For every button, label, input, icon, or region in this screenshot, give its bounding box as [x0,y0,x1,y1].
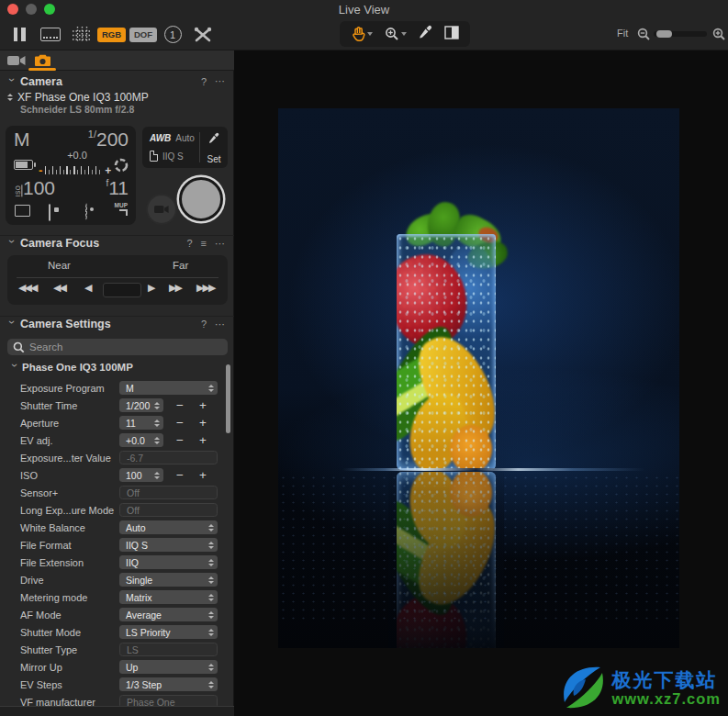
focus-far-medium-button[interactable]: ▶▶ [169,282,181,294]
pick-wb-tool-button[interactable] [419,25,432,43]
setting-dropdown[interactable]: Matrix [119,590,218,604]
setting-dropdown[interactable]: Single [119,573,218,587]
focus-near-small-button[interactable]: ◀ [84,282,90,294]
rgb-readout-toggle[interactable]: RGB [97,18,126,50]
camera-section-header[interactable]: › Camera ? ⋯ [0,73,234,89]
focus-step-input[interactable] [103,283,141,297]
wb-pick-button[interactable] [203,131,225,148]
setting-dropdown[interactable]: Average [119,608,218,621]
near-label: Near [48,260,71,271]
decrement-button[interactable]: − [173,417,187,430]
setting-dropdown[interactable]: IIQ [119,555,218,569]
tools-button[interactable] [191,18,215,50]
field-updown-icon [208,664,214,671]
more-options-icon[interactable]: ⋯ [215,75,225,87]
shutter-speed-readout[interactable]: 1/200 [88,129,129,151]
setting-stepper-field[interactable]: 11 [119,416,163,430]
settings-row: EV adj.+0.0−+ [0,431,234,449]
ev-scale: - + [39,163,111,177]
settings-row: File ExtensionIIQ [0,554,234,571]
decrement-button[interactable]: − [173,399,187,412]
help-icon[interactable]: ? [201,76,207,87]
pause-icon [14,28,26,41]
focus-far-small-button[interactable]: ▶ [148,282,153,294]
aperture-readout[interactable]: f11 [106,177,129,199]
capture-button[interactable] [179,177,223,221]
settings-section-header[interactable]: › Camera Settings ? ⋯ [0,316,234,331]
help-icon[interactable]: ? [186,238,192,249]
setting-dropdown[interactable]: LS Priority [119,625,218,639]
format-row[interactable]: IIQ S [150,151,184,162]
focus-near-medium-button[interactable]: ◀◀ [53,282,65,294]
decrement-button[interactable]: − [173,434,187,447]
sidebar: › Camera ? ⋯ XF Phase One IQ3 100MP Schn… [0,50,234,716]
settings-row: Aperture11−+ [0,414,234,431]
setting-stepper-field[interactable]: +0.0 [119,433,163,447]
settings-scrollbar[interactable] [226,364,230,433]
ev-readout[interactable]: +0.0 [67,150,87,161]
setting-dropdown[interactable]: M [119,381,218,395]
setting-value: Single [126,575,207,586]
setting-dropdown[interactable]: Up [119,660,218,674]
settings-rows: Exposure ProgramMShutter Time1/200−+Aper… [0,379,234,710]
dof-toggle[interactable]: DOF [129,18,157,50]
focus-near-large-button[interactable]: ◀◀◀ [18,282,36,294]
focus-far-large-button[interactable]: ▶▶▶ [196,282,214,294]
liveview-canvas[interactable]: 极光下载站 www.xz7.com [234,50,728,716]
video-camera-icon [7,55,26,66]
setting-value: 1/3 Step [126,679,207,690]
menu-icon[interactable]: ≡ [201,238,207,249]
help-icon[interactable]: ? [201,319,207,330]
increment-button[interactable]: + [196,469,210,482]
setting-value: 11 [126,418,152,429]
increment-button[interactable]: + [196,417,210,430]
zoom-in-button[interactable] [711,18,727,50]
field-updown-icon [154,472,160,479]
zoom-loupe-icon [385,27,399,41]
setting-value: Up [126,662,207,673]
record-camera-icon [154,205,169,214]
camera-selector[interactable]: XF Phase One IQ3 100MP [7,91,149,104]
search-input[interactable] [7,339,228,355]
before-after-tool-button[interactable] [444,26,459,43]
setting-label: Shutter Mode [20,627,119,638]
decrement-button[interactable]: − [173,469,187,482]
setting-stepper-field[interactable]: 100 [119,468,163,482]
pause-liveview-button[interactable] [9,18,29,50]
increment-button[interactable]: + [196,434,210,447]
fit-label: Fit [617,28,628,39]
more-options-icon[interactable]: ⋯ [215,319,225,330]
more-options-icon[interactable]: ⋯ [215,238,225,250]
focus-panel-title: Camera Focus [20,237,99,250]
overlay-frame-button[interactable] [39,18,62,50]
focus-section-header[interactable]: › Camera Focus ? ≡ ⋯ [0,235,234,251]
collapse-chevron-icon: › [6,78,18,85]
setting-dropdown[interactable]: 1/3 Step [119,677,218,691]
settings-group-header[interactable]: › Phase One IQ3 100MP [11,361,133,374]
record-video-button[interactable] [148,196,175,223]
setting-readonly-field: Off [119,503,218,517]
setting-stepper-field[interactable]: 1/200 [119,398,163,412]
setting-dropdown[interactable]: IIQ S [119,538,218,552]
white-balance-row[interactable]: AWB Auto [150,133,195,143]
set-format-button[interactable]: Set [203,150,225,166]
far-label: Far [173,260,188,271]
setting-label: White Balance [20,522,119,533]
tab-video[interactable] [6,52,28,69]
exposure-mode-readout[interactable]: M [14,129,30,151]
zoom-out-button[interactable] [635,18,652,50]
setting-label: Drive [20,575,119,586]
battery-icon [14,160,33,170]
zoom-slider-handle[interactable] [656,30,672,38]
viewer-tools-group [340,21,470,47]
zoom-slider[interactable] [654,31,707,37]
increment-button[interactable]: + [196,399,210,412]
pan-tool-button[interactable] [352,27,373,41]
setting-value: IIQ S [126,540,207,551]
settings-panel-title: Camera Settings [20,318,111,330]
loupe-tool-button[interactable] [385,27,407,41]
grid-button[interactable] [70,18,92,50]
overlay-number-button[interactable]: 1 [162,18,183,50]
tab-camera[interactable] [31,52,53,69]
setting-dropdown[interactable]: Auto [119,520,218,534]
